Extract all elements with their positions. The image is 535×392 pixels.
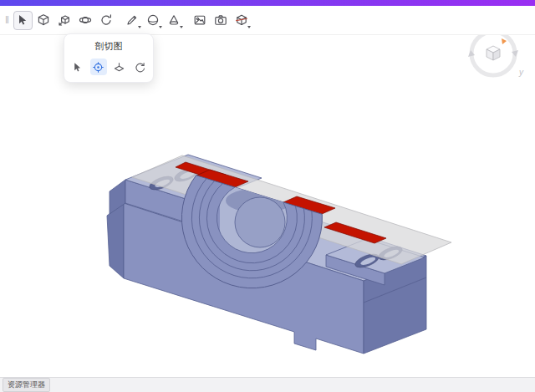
section-tool-panel: 剖切图 [64, 33, 154, 83]
orbit-icon [79, 13, 92, 27]
section-tool-button[interactable] [232, 11, 252, 30]
gizmo-axis-label: y [519, 68, 523, 77]
dropdown-caret [247, 26, 251, 28]
panel-cursor-button[interactable] [69, 59, 86, 75]
cube-axes-tool-button[interactable] [55, 11, 74, 30]
rotate-tool-button[interactable] [97, 11, 116, 30]
target-icon [92, 61, 104, 74]
box-tool-button[interactable] [34, 11, 54, 30]
plane-icon [113, 61, 125, 74]
bearing-block-model[interactable] [0, 34, 535, 377]
pencil-tool-button[interactable] [123, 11, 142, 30]
sphere-tool-button[interactable] [144, 11, 163, 30]
cursor-icon [16, 13, 29, 27]
main-toolbar: ‖ [0, 6, 535, 35]
select-tool-button[interactable] [13, 11, 33, 30]
panel-tool-row [69, 59, 148, 75]
window-accent-bar [0, 0, 535, 6]
dropdown-caret [180, 26, 183, 28]
toolbar-drag-handle[interactable]: ‖ [5, 14, 9, 26]
dropdown-caret [159, 26, 162, 28]
viewport-canvas[interactable] [0, 34, 535, 377]
panel-target-button[interactable] [90, 59, 107, 75]
panel-plane-button[interactable] [111, 59, 128, 75]
panel-refresh-button[interactable] [131, 59, 148, 75]
pyramid-tool-button[interactable] [165, 11, 184, 30]
status-bar: 资源管理器 [0, 377, 535, 392]
camera-tool-button[interactable] [211, 11, 231, 30]
image-icon [193, 13, 206, 27]
cad-app-window: ‖ [0, 0, 535, 392]
cursor-icon [71, 61, 84, 74]
orbit-tool-button[interactable] [76, 11, 95, 30]
camera-icon [214, 13, 227, 27]
gizmo-cube[interactable] [487, 46, 500, 60]
refresh-icon [134, 61, 146, 74]
cube-axes-icon [58, 13, 71, 27]
image-tool-button[interactable] [191, 11, 210, 30]
gizmo-home-marker[interactable] [502, 38, 507, 44]
rotate-icon [99, 13, 113, 27]
resource-manager-tab[interactable]: 资源管理器 [3, 378, 50, 392]
box-icon [37, 13, 50, 27]
dropdown-caret [138, 26, 141, 28]
panel-title: 剖切图 [69, 40, 148, 53]
